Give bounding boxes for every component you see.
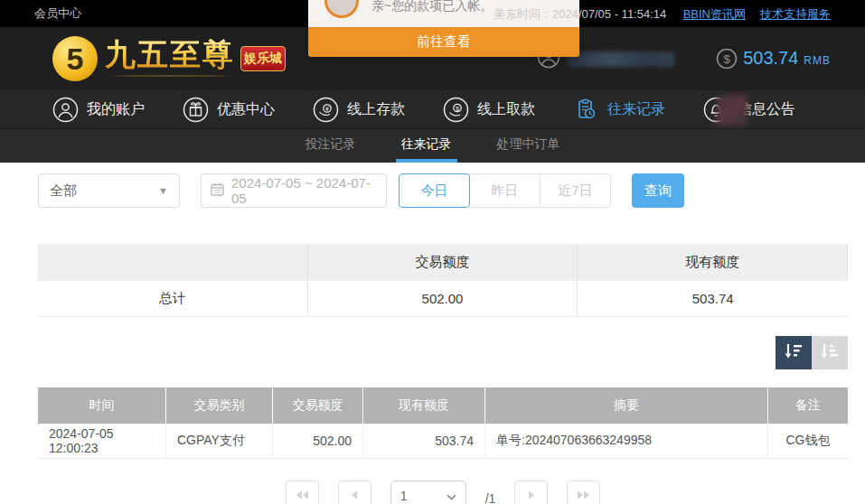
records-table-header: 时间 交易类别 交易额度 现有额度 摘要 备注 (38, 387, 848, 424)
member-center-page: 会员中心 美东时间：2024/07/05 - 11:54:14 BBIN资讯网 … (0, 0, 865, 504)
table-row: 2024-07-05 12:00:23 CGPAY支付 502.00 503.7… (38, 424, 848, 459)
last7days-button[interactable]: 近7日 (540, 173, 611, 208)
page-select-value: 1 (400, 489, 408, 503)
svg-text:¥: ¥ (325, 106, 329, 112)
logo-coin-icon: 5 (52, 36, 98, 81)
sort-descending-icon (784, 342, 804, 364)
nav-item-deposit[interactable]: ¥ 线上存款 (313, 97, 405, 123)
next-page-button[interactable] (514, 481, 548, 504)
today-button[interactable]: 今日 (399, 173, 470, 208)
dollar-circle-icon: $ (716, 48, 738, 70)
quick-date-group: 今日 昨日 近7日 (399, 173, 611, 208)
sub-nav: 投注记录 往来记录 处理中订单 (0, 129, 865, 163)
nav-item-transaction-records[interactable]: 往来记录 (573, 97, 665, 123)
summary-header-row: 交易额度 现有额度 (38, 244, 848, 280)
deposit-icon: ¥ (313, 97, 339, 123)
col-current-amount: 现有额度 (363, 387, 485, 424)
svg-text:$: $ (724, 52, 731, 66)
page-total-label: /1 (485, 491, 496, 504)
cell-remark: CG钱包 (768, 424, 848, 458)
tech-support-link[interactable]: 技术支持服务 (760, 6, 831, 23)
gift-icon (183, 97, 209, 123)
notification-avatar-icon (324, 0, 359, 18)
server-time-label: 美东时间：2024/07/05 - 11:54:14 (494, 6, 666, 23)
summary-header-current: 现有额度 (578, 244, 848, 280)
first-page-icon (295, 488, 310, 504)
cell-summary: 单号:202407063663249958 (485, 424, 768, 458)
summary-header-transaction: 交易额度 (308, 244, 578, 280)
redaction-blur (717, 95, 747, 126)
col-type: 交易类别 (166, 387, 273, 424)
records-icon (573, 97, 599, 123)
last-page-button[interactable] (567, 481, 600, 504)
col-time: 时间 (38, 387, 166, 424)
nav-item-withdraw[interactable]: $ 线上取款 (443, 97, 535, 123)
records-table: 时间 交易类别 交易额度 现有额度 摘要 备注 2024-07-05 12:00… (38, 387, 848, 459)
date-range-input[interactable]: 2024-07-05 ~ 2024-07-05 (201, 173, 387, 208)
user-area: $ 503.74 RMB (537, 45, 831, 72)
notification-message: 亲~您的款项已入帐。 (371, 0, 493, 14)
search-button[interactable]: 查询 (632, 173, 684, 208)
user-icon (52, 97, 79, 123)
col-summary: 摘要 (485, 387, 768, 424)
filter-row: 全部 ▼ 2024-07-05 ~ 2024-07-05 今日 昨日 近7日 查… (38, 173, 848, 208)
logo-badge: 娱乐城 (240, 46, 286, 71)
page-select[interactable]: 1 (390, 481, 466, 504)
summary-transaction-amount: 502.00 (308, 280, 578, 316)
cell-time: 2024-07-05 12:00:23 (38, 424, 166, 458)
pagination: 1 /1 (38, 481, 848, 504)
summary-table: 交易额度 现有额度 总计 502.00 503.74 (38, 244, 848, 317)
yesterday-button[interactable]: 昨日 (469, 173, 541, 208)
sort-ascending-button[interactable] (812, 336, 848, 369)
site-logo[interactable]: 5 九五至尊 娱乐城 (52, 36, 286, 81)
calendar-icon (211, 182, 224, 199)
first-page-button[interactable] (286, 481, 319, 504)
tab-pending-orders[interactable]: 处理中订单 (492, 129, 566, 163)
tab-bet-records[interactable]: 投注记录 (300, 129, 362, 163)
bbin-news-link[interactable]: BBIN资讯网 (683, 6, 746, 23)
go-view-button[interactable]: 前往查看 (308, 27, 579, 57)
prev-page-button[interactable] (338, 481, 371, 504)
tab-transaction-records[interactable]: 往来记录 (396, 129, 457, 163)
chevron-down-icon: ▼ (158, 185, 168, 196)
logo-flourish (105, 73, 235, 79)
summary-current-amount: 503.74 (578, 280, 848, 316)
username-redacted (568, 51, 674, 67)
sort-descending-button[interactable] (776, 336, 812, 369)
cell-type: CGPAY支付 (166, 424, 273, 458)
topbar-links: BBIN资讯网 技术支持服务 (683, 6, 831, 23)
cell-transaction-amount: 502.00 (273, 424, 363, 458)
summary-total-label: 总计 (38, 280, 308, 316)
sort-controls (38, 336, 848, 369)
type-select[interactable]: 全部 ▼ (38, 173, 180, 208)
cell-current-amount: 503.74 (363, 424, 485, 458)
withdraw-icon: $ (443, 97, 469, 123)
balance-currency: RMB (804, 54, 831, 67)
next-page-icon (527, 488, 536, 504)
balance[interactable]: $ 503.74 RMB (716, 48, 831, 70)
last-page-icon (576, 488, 591, 504)
sort-ascending-icon (820, 342, 840, 364)
summary-total-row: 总计 502.00 503.74 (38, 280, 848, 316)
nav-item-promotions[interactable]: 优惠中心 (183, 97, 275, 123)
prev-page-icon (350, 488, 359, 504)
balance-amount: 503.74 (743, 48, 798, 69)
main-nav: 我的账户 优惠中心 ¥ 线上存款 $ 线上取款 往来记录 信息公告 (0, 90, 865, 129)
col-remark: 备注 (768, 387, 848, 424)
col-transaction-amount: 交易额度 (273, 387, 363, 424)
logo-title: 九五至尊 (105, 39, 235, 70)
summary-header-empty (38, 244, 308, 280)
chevron-down-icon (447, 489, 456, 503)
content-area: 全部 ▼ 2024-07-05 ~ 2024-07-05 今日 昨日 近7日 查… (0, 163, 865, 504)
page-title: 会员中心 (34, 5, 81, 22)
nav-item-my-account[interactable]: 我的账户 (52, 97, 145, 123)
